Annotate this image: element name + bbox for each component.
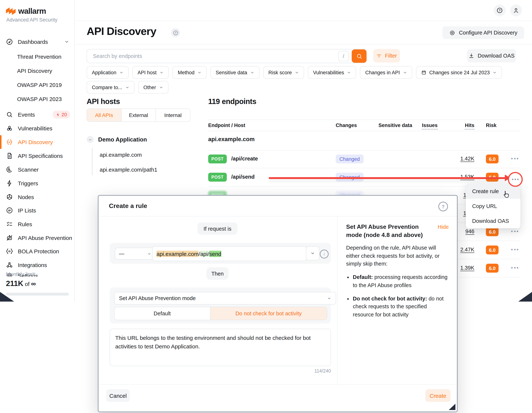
tab-external[interactable]: External	[121, 109, 156, 121]
help-bullet: Do not check for bot activity: do not ch…	[353, 295, 449, 319]
sidebar-item-events[interactable]: Events 20	[0, 108, 74, 121]
chevron-down-icon	[403, 70, 407, 74]
filter-chip-sensitive-data[interactable]: Sensitive data	[210, 66, 259, 79]
filter-chip-application[interactable]: Application	[87, 66, 129, 79]
filter-chip-changes-since-date[interactable]: Changes since 24 Jul 2023	[416, 66, 502, 79]
sidebar-item-nodes[interactable]: Nodes	[0, 190, 74, 204]
header-divider	[74, 44, 532, 45]
hide-help-link[interactable]: Hide	[437, 223, 449, 231]
monthly-limit-value: 211K of ∞	[6, 279, 36, 288]
hits-link[interactable]: 1.42K	[439, 156, 474, 162]
collapse-icon[interactable]: −	[87, 136, 94, 143]
method-badge: POST	[208, 173, 227, 182]
hits-link[interactable]: 1.53K	[439, 174, 474, 180]
wallarm-logo[interactable]: wallarm	[6, 7, 46, 16]
sidebar-item-api-discovery-dashboard[interactable]: API Discovery	[0, 64, 86, 78]
chevron-down-icon	[295, 70, 299, 74]
sidebar-item-api-abuse-prevention[interactable]: API Abuse Prevention	[0, 231, 74, 245]
sidebar-item-vulnerabilities[interactable]: Vulnerabilities	[0, 121, 74, 135]
mode-segmented-control: Default Do not check for bot activity	[114, 307, 327, 320]
download-oas-button[interactable]: Download OAS	[467, 49, 516, 62]
uri-input[interactable]: api.example.com/api/send	[152, 246, 307, 261]
row-menu-button[interactable]	[511, 267, 518, 268]
sidebar-item-rules[interactable]: Rules	[0, 217, 74, 231]
svg-text:IP: IP	[8, 209, 11, 212]
integrations-icon	[6, 261, 13, 268]
download-icon	[468, 53, 474, 59]
help-panel-bullets: Default: processing requests according t…	[347, 273, 449, 319]
filter-chip-other[interactable]: Other	[138, 81, 168, 94]
chevron-down-icon	[310, 251, 315, 256]
sidebar-item-threat-prevention[interactable]: Threat Prevention	[0, 50, 86, 64]
slash-shortcut-key: /	[338, 51, 349, 61]
sidebar-item-dashboards[interactable]: Dashboards	[0, 35, 74, 49]
id-braces-icon: ID	[6, 248, 13, 255]
changed-badge[interactable]: Changed	[336, 155, 364, 163]
menu-item-download-oas[interactable]: Download OAS	[466, 213, 521, 229]
action-select[interactable]: Set API Abuse Prevention mode	[114, 292, 336, 304]
filter-chip-api-host[interactable]: API host	[132, 66, 169, 79]
action-row: Set API Abuse Prevention mode Default Do…	[110, 287, 331, 323]
page-title-help-icon[interactable]: ?	[171, 28, 180, 37]
filter-chip-changes-in-api[interactable]: Changes in API	[360, 66, 412, 79]
sidebar-item-ip-lists[interactable]: IP IP Lists	[0, 203, 74, 217]
condition-row: — api.example.com/api/send i	[110, 243, 331, 264]
rule-comment-textarea[interactable]: This URL belongs to the testing environm…	[110, 329, 331, 366]
mode-option-default[interactable]: Default	[114, 307, 210, 320]
filter-button[interactable]: Filter	[373, 49, 400, 62]
column-changes: Changes	[336, 123, 357, 128]
application-group-label: Demo Application	[98, 136, 147, 143]
help-button[interactable]: ?	[494, 4, 506, 16]
modal-help-icon[interactable]: ?	[438, 202, 448, 211]
mode-option-do-not-check[interactable]: Do not check for bot activity	[210, 307, 327, 320]
condition-operator-select[interactable]: —	[115, 248, 155, 260]
host-item[interactable]: api.example.com	[100, 152, 142, 158]
column-issues[interactable]: Issues	[422, 123, 437, 128]
search-input[interactable]: Search by endpoints /	[87, 49, 367, 63]
annotation-circle-row-menu-button[interactable]	[508, 172, 523, 187]
row-menu-button[interactable]	[511, 249, 518, 250]
uri-expand-button[interactable]	[306, 246, 319, 260]
active-indicator	[0, 135, 1, 149]
search-button[interactable]	[352, 49, 367, 63]
cancel-button[interactable]: Cancel	[106, 389, 130, 402]
chevron-down-icon	[197, 70, 201, 74]
tab-internal[interactable]: Internal	[156, 109, 190, 121]
row-menu-button[interactable]	[511, 158, 518, 159]
user-avatar-button[interactable]	[510, 4, 522, 16]
sidebar-item-triggers[interactable]: Triggers	[0, 176, 74, 190]
events-badge: 20	[53, 111, 70, 119]
sidebar-item-api-specifications[interactable]: API Specifications	[0, 149, 74, 163]
sidebar-item-api-discovery[interactable]: API Discovery	[0, 135, 74, 149]
filter-chip-vulnerabilities[interactable]: Vulnerabilities	[308, 66, 356, 79]
host-item[interactable]: api.example.com/path1	[100, 166, 157, 173]
endpoint-row[interactable]: POST /api/create Changed 1.42K 6.0	[208, 150, 521, 168]
info-icon[interactable]: i	[320, 250, 329, 258]
sidebar-item-bola-protection[interactable]: ID BOLA Protection	[0, 244, 74, 258]
chevron-down-icon	[493, 70, 497, 74]
filter-chip-compare-to[interactable]: Compare to...	[87, 81, 134, 94]
help-bullet: Default: processing requests according t…	[353, 273, 449, 290]
menu-item-copy-url[interactable]: Copy URL	[466, 199, 521, 213]
application-group[interactable]: − Demo Application	[87, 136, 147, 143]
sidebar-item-owasp-api-2019[interactable]: OWASP API 2019	[0, 78, 86, 92]
sidebar-item-owasp-api-2023[interactable]: OWASP API 2023	[0, 92, 86, 106]
calendar-icon	[421, 70, 426, 75]
create-button[interactable]: Create	[425, 389, 451, 402]
infinity-symbol: ∞	[31, 280, 36, 287]
endpoint-path: /api/create	[231, 156, 258, 162]
gear-icon	[449, 29, 456, 36]
monthly-limit-progressbar	[6, 293, 69, 296]
column-hits[interactable]: Hits	[439, 123, 474, 128]
column-risk: Risk	[486, 123, 496, 128]
filter-chip-method[interactable]: Method	[172, 66, 207, 79]
host-group-row[interactable]: api.example.com	[208, 136, 255, 143]
configure-api-discovery-button[interactable]: Configure API Discovery	[442, 26, 524, 39]
filter-chip-risk-score[interactable]: Risk score	[263, 66, 304, 79]
tab-all-apis[interactable]: All APIs	[87, 109, 121, 121]
row-menu-button[interactable]	[511, 231, 518, 232]
chevron-down-icon	[347, 70, 351, 74]
risk-badge: 6.0	[486, 246, 499, 254]
sidebar-item-scanner[interactable]: Scanner	[0, 163, 74, 176]
wallarm-logo-icon	[6, 7, 16, 15]
